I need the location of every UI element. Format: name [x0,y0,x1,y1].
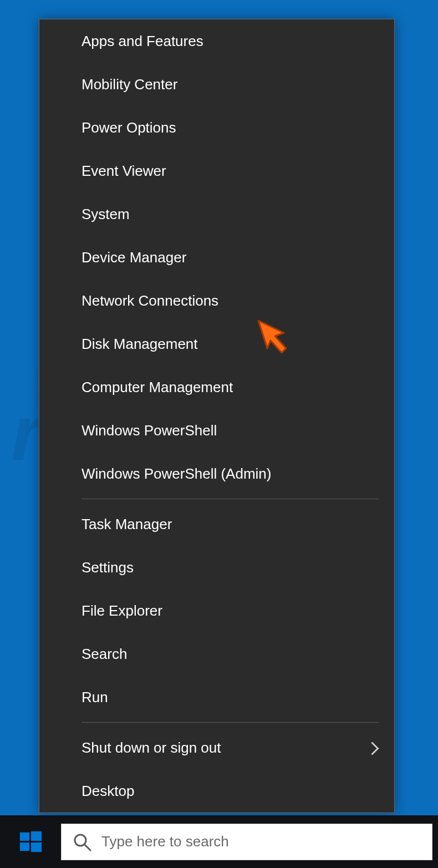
desktop: risk.com Apps and FeaturesMobility Cente… [0,0,438,868]
search-placeholder-text: Type here to search [101,833,229,850]
menu-item-label: System [82,206,130,223]
menu-item-mobility-center[interactable]: Mobility Center [39,63,394,106]
chevron-right-icon [368,739,378,756]
menu-item-label: Settings [82,559,134,576]
menu-item-event-viewer[interactable]: Event Viewer [39,149,394,192]
menu-separator [82,722,379,723]
menu-item-label: Windows PowerShell (Admin) [82,465,271,483]
menu-separator [82,499,379,499]
menu-item-device-manager[interactable]: Device Manager [39,236,394,279]
windows-logo-icon [19,830,42,854]
menu-item-label: Event Viewer [82,163,166,180]
menu-item-label: File Explorer [82,602,162,620]
menu-item-disk-management[interactable]: Disk Management [39,322,394,366]
menu-item-label: Network Connections [82,292,218,309]
taskbar-search-box[interactable]: Type here to search [61,824,432,860]
menu-item-label: Apps and Features [82,33,203,50]
menu-item-label: Windows PowerShell [82,422,217,439]
menu-item-shutdown-signout[interactable]: Shut down or sign out [39,726,394,769]
menu-item-label: Power Options [82,119,176,136]
start-button[interactable] [0,815,61,868]
menu-item-file-explorer[interactable]: File Explorer [39,589,394,632]
menu-item-task-manager[interactable]: Task Manager [39,502,394,546]
svg-rect-1 [31,831,42,840]
search-icon [73,833,91,851]
menu-item-windows-powershell-admin[interactable]: Windows PowerShell (Admin) [39,452,394,495]
menu-item-label: Computer Management [82,379,233,396]
menu-item-desktop[interactable]: Desktop [39,769,394,813]
svg-line-5 [85,845,90,850]
menu-item-apps-and-features[interactable]: Apps and Features [39,19,394,63]
menu-item-label: Disk Management [82,336,198,353]
menu-item-label: Mobility Center [82,76,177,93]
taskbar: Type here to search [0,815,438,868]
svg-rect-2 [20,842,29,850]
menu-item-settings[interactable]: Settings [39,546,394,589]
menu-item-search[interactable]: Search [39,632,394,676]
menu-item-label: Search [82,646,127,663]
svg-rect-0 [20,832,29,840]
menu-item-system[interactable]: System [39,192,394,236]
svg-rect-3 [31,842,42,851]
menu-item-label: Shut down or sign out [82,739,221,757]
power-user-menu: Apps and FeaturesMobility CenterPower Op… [39,19,395,813]
menu-item-label: Run [82,689,108,706]
menu-item-label: Device Manager [82,249,186,266]
menu-item-windows-powershell[interactable]: Windows PowerShell [39,409,394,452]
menu-item-label: Desktop [82,783,134,800]
menu-item-network-connections[interactable]: Network Connections [39,279,394,322]
menu-item-label: Task Manager [82,516,172,533]
menu-item-run[interactable]: Run [39,676,394,719]
menu-item-power-options[interactable]: Power Options [39,106,394,149]
menu-item-computer-management[interactable]: Computer Management [39,366,394,409]
